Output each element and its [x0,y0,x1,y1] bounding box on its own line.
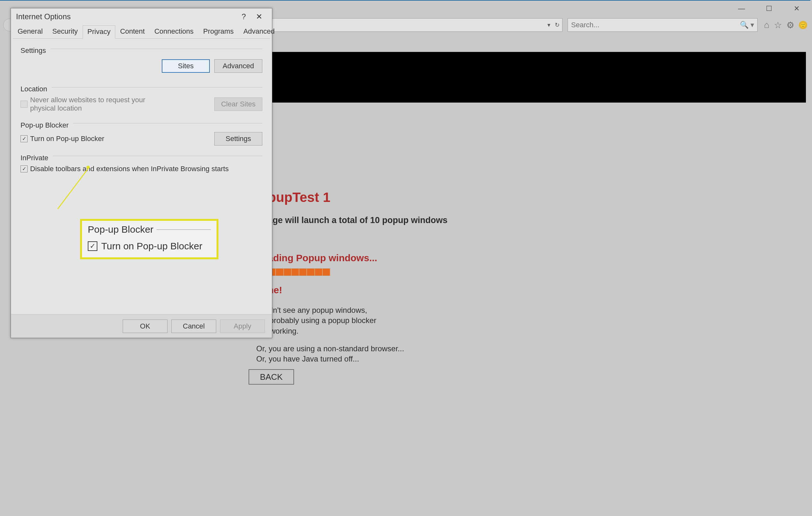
window-controls: — ☐ ✕ [728,2,810,16]
ok-button[interactable]: OK [123,320,168,333]
tab-connections[interactable]: Connections [150,25,198,38]
progress-bar [268,268,330,276]
dialog-title: Internet Options [16,12,236,21]
maximize-button[interactable]: ☐ [755,2,783,16]
section-location-label: Location [21,85,47,93]
loading-heading: ading Popup windows... [268,252,377,264]
advanced-button[interactable]: Advanced [214,59,262,73]
tab-programs[interactable]: Programs [198,25,238,38]
section-popup-label: Pop-up Blocker [21,121,68,130]
tab-content[interactable]: Content [115,25,150,38]
page-title: pupTest 1 [268,190,330,205]
search-icon[interactable]: 🔍 [740,21,749,29]
result-line: it is working. [256,326,376,336]
result-line: u didn't see any popup windows, [256,305,376,315]
dialog-titlebar[interactable]: Internet Options ? ✕ [11,8,272,25]
never-allow-checkbox [21,101,28,108]
gear-icon[interactable]: ⚙ [786,20,794,30]
callout-arrow-line [57,168,88,209]
callout-box: Pop-up Blocker Turn on Pop-up Blocker [80,219,219,259]
cancel-button[interactable]: Cancel [171,320,216,333]
callout-header: Pop-up Blocker [88,224,153,235]
favorites-icon[interactable]: ☆ [774,20,782,30]
tab-privacy[interactable]: Privacy [83,25,115,39]
callout-checkbox-icon [88,241,97,251]
tab-security[interactable]: Security [48,25,82,38]
divider [157,229,211,230]
section-inprivate-label: InPrivate [21,154,48,162]
result-line: are probably using a popup blocker [256,315,376,326]
tab-general[interactable]: General [13,25,48,38]
home-icon[interactable]: ⌂ [764,20,770,30]
dialog-help-button[interactable]: ? [236,12,252,21]
divider [51,49,263,49]
tab-advanced[interactable]: Advanced [239,25,280,38]
feedback-smiley-icon[interactable]: 🙂 [799,21,807,29]
search-dropdown-icon[interactable]: ▾ [751,21,754,29]
never-allow-label: Never allow websites to request your phy… [30,96,158,113]
clear-sites-button: Clear Sites [214,98,262,111]
address-dropdown-icon[interactable]: ▾ [547,22,550,29]
result-line: Or, you are using a non-standard browser… [256,344,404,354]
apply-button: Apply [220,320,265,333]
dialog-tabs: General Security Privacy Content Connect… [13,25,270,39]
turn-on-popup-label: Turn on Pop-up Blocker [30,135,105,143]
divider [52,87,262,87]
result-text-1: u didn't see any popup windows, are prob… [256,305,376,336]
page-subtitle: age will launch a total of 10 popup wind… [268,215,447,225]
callout-option-label: Turn on Pop-up Blocker [101,241,202,252]
popup-settings-button[interactable]: Settings [214,132,262,145]
back-button[interactable]: BACK [249,369,294,385]
internet-options-dialog: Internet Options ? ✕ General Security Pr… [10,8,272,338]
divider [73,123,262,124]
turn-on-popup-checkbox[interactable] [21,135,28,142]
dialog-body: Settings Sites Advanced Location Never a… [11,39,272,315]
dialog-footer: OK Cancel Apply [11,314,272,338]
refresh-icon[interactable]: ↻ [555,22,559,29]
search-placeholder: Search... [571,21,740,29]
sites-button[interactable]: Sites [162,59,210,73]
minimize-button[interactable]: — [728,2,755,16]
toolbar-icons: ⌂ ☆ ⚙ 🙂 [764,20,807,30]
disable-toolbars-checkbox[interactable] [21,165,28,172]
result-line: Or, you have Java turned off... [256,354,404,364]
close-window-button[interactable]: ✕ [783,2,810,16]
search-box[interactable]: Search... 🔍 ▾ [568,18,758,32]
result-text-2: Or, you are using a non-standard browser… [256,344,404,364]
section-settings-label: Settings [21,47,46,55]
dialog-close-button[interactable]: ✕ [252,12,267,21]
disable-toolbars-label: Disable toolbars and extensions when InP… [30,165,229,173]
